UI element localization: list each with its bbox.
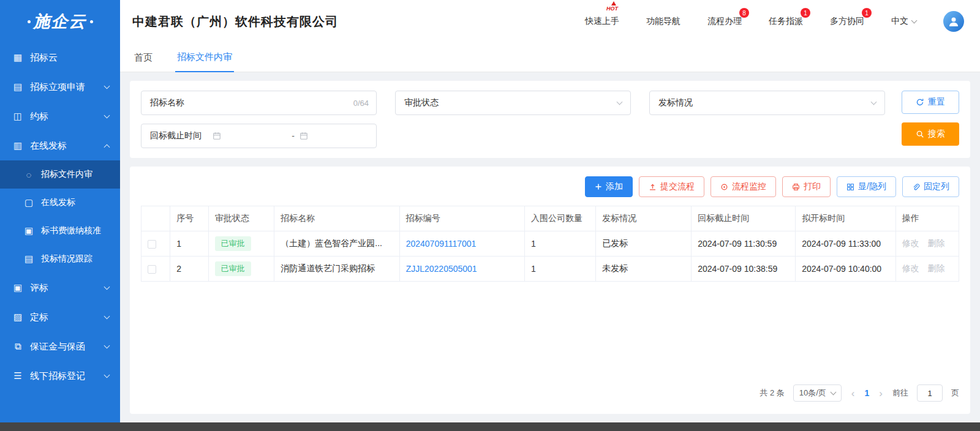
fixed-column-label: 固定列: [924, 181, 949, 192]
nav-task-assignment[interactable]: 任务指派 1: [769, 16, 803, 27]
edit-action[interactable]: 修改: [902, 238, 919, 248]
row-checkbox[interactable]: [148, 265, 156, 274]
tab-bar: 首页 招标文件内审: [120, 43, 980, 72]
table-header-row: 序号 审批状态 招标名称 招标编号 入围公司数量 发标情况 回标截止时间 拟开标…: [141, 206, 959, 231]
nav-quick-start[interactable]: 快速上手 HOT: [585, 16, 619, 27]
prev-page-button[interactable]: ‹: [850, 388, 856, 399]
header-shortlisted-count: 入围公司数量: [525, 206, 596, 231]
notification-badge: 1: [801, 8, 810, 18]
add-button[interactable]: 添加: [585, 176, 633, 197]
bid-code-link[interactable]: 202407091117001: [406, 239, 477, 249]
nav-label: 任务指派: [769, 16, 803, 26]
delete-action[interactable]: 删除: [928, 263, 945, 273]
bid-name-input[interactable]: [193, 91, 353, 114]
chevron-down-icon: [104, 313, 110, 320]
flow-monitor-button[interactable]: 流程监控: [710, 176, 776, 197]
show-hide-columns-button[interactable]: 显/隐列: [837, 176, 896, 197]
next-page-button[interactable]: ›: [878, 388, 884, 399]
page-number-1[interactable]: 1: [865, 388, 870, 398]
goto-page-input[interactable]: [917, 384, 943, 402]
person-icon: [948, 15, 960, 28]
fixed-column-button[interactable]: 固定列: [902, 176, 959, 197]
total-count: 共 2 条: [760, 388, 784, 399]
taskbar-strip: [0, 422, 980, 431]
sidebar-item-offline-registration[interactable]: ☰ 线下招标登记: [0, 361, 120, 391]
header-seq: 序号: [170, 206, 208, 231]
char-counter: 0/64: [353, 99, 376, 108]
layers-icon: ☰: [11, 370, 24, 381]
filter-row-1: 招标名称 0/64 审批状态 发标情况: [141, 91, 902, 115]
chevron-down-icon: [617, 99, 623, 105]
logo-dot-right: [90, 20, 93, 23]
submit-flow-label: 提交流程: [660, 181, 695, 192]
tab-home[interactable]: 首页: [132, 52, 154, 72]
nav-process-handling[interactable]: 流程办理 8: [707, 16, 742, 27]
sidebar-item-bid-award[interactable]: ▨ 定标: [0, 302, 120, 332]
plus-icon: [595, 183, 602, 190]
status-badge: 已审批: [215, 261, 251, 276]
header-issue-status: 发标情况: [596, 206, 692, 231]
goto-suffix: 页: [951, 388, 959, 399]
sidebar-item-online-issue[interactable]: ▥ 在线发标: [0, 131, 120, 160]
approval-status-filter[interactable]: 审批状态: [395, 91, 631, 115]
sidebar-item-appointment[interactable]: ◫ 约标: [0, 102, 120, 131]
calendar-icon: [213, 132, 221, 140]
cell-deadline: 2024-07-09 10:38:59: [692, 257, 796, 282]
bid-name-label: 招标名称: [141, 97, 193, 108]
sidebar-subitem-doc-review[interactable]: ◌ 招标文件内审: [0, 160, 120, 189]
sidebar-item-project-apply[interactable]: ▤ 招标立项申请: [0, 72, 120, 102]
cell-seq: 2: [170, 257, 208, 282]
language-selector[interactable]: 中文: [891, 16, 916, 27]
user-avatar[interactable]: [943, 11, 964, 32]
submit-flow-button[interactable]: 提交流程: [639, 176, 704, 197]
sidebar-item-bid-evaluation[interactable]: ▣ 评标: [0, 273, 120, 302]
sidebar-item-bidding-cloud[interactable]: ▦ 招标云: [0, 43, 120, 72]
pagination: 共 2 条 10条/页 ‹ 1 › 前往 页: [130, 376, 970, 414]
cell-deadline: 2024-07-09 11:30:59: [692, 231, 796, 257]
cell-bid-name: 消防通道铁艺门采购招标: [274, 257, 399, 282]
sidebar-subitem-label: 招标文件内审: [41, 169, 109, 180]
deadline-end-input[interactable]: [308, 124, 376, 148]
chevron-down-icon: [830, 389, 836, 395]
sidebar-item-label: 保证金与保函: [30, 341, 105, 353]
edit-action[interactable]: 修改: [902, 263, 919, 273]
notification-badge: 8: [739, 8, 749, 18]
fee-doc-icon: ▣: [22, 225, 36, 236]
row-checkbox[interactable]: [148, 240, 156, 249]
sidebar-subitem-bid-tracking[interactable]: ▤ 投标情况跟踪: [0, 245, 120, 273]
data-table: 序号 审批状态 招标名称 招标编号 入围公司数量 发标情况 回标截止时间 拟开标…: [141, 206, 959, 282]
page-size-select[interactable]: 10条/页: [793, 384, 842, 402]
issue-status-value: [701, 91, 872, 114]
header-checkbox-cell: [141, 206, 170, 231]
filter-fields: 招标名称 0/64 审批状态 发标情况: [141, 91, 902, 148]
sidebar-item-label: 评标: [30, 282, 105, 294]
sidebar-item-label: 约标: [30, 111, 105, 122]
sidebar-subitem-fee-approval[interactable]: ▣ 标书费缴纳核准: [0, 217, 120, 245]
tab-bid-doc-review[interactable]: 招标文件内审: [175, 51, 234, 72]
reset-button[interactable]: 重置: [902, 91, 959, 114]
bid-code-link[interactable]: ZJJL20220505001: [406, 264, 477, 274]
nav-multi-collaboration[interactable]: 多方协同 1: [830, 16, 864, 27]
chevron-up-icon: [104, 144, 110, 150]
sidebar-item-deposit-guarantee[interactable]: ⧉ 保证金与保函: [0, 332, 120, 361]
person-icon: ◌: [22, 170, 36, 180]
sidebar-submenu-online-issue: ◌ 招标文件内审 ▢ 在线发标 ▣ 标书费缴纳核准 ▤ 投标情况跟踪: [0, 160, 120, 273]
nav-label: 多方协同: [830, 16, 864, 26]
calendar-icon: [300, 132, 308, 140]
search-button[interactable]: 搜索: [902, 122, 959, 146]
issue-status-filter[interactable]: 发标情况: [649, 91, 885, 115]
deadline-range-filter: 回标截止时间 -: [141, 124, 377, 148]
deadline-start-input[interactable]: [221, 124, 289, 148]
sidebar-item-label: 线下招标登记: [30, 370, 105, 382]
top-header: 中建君联（广州）软件科技有限公司 快速上手 HOT 功能导航 流程办理 8 任务…: [120, 0, 980, 43]
status-badge: 已审批: [215, 236, 251, 251]
table-row: 1 已审批 （土建）蓝色智谷产业园... 202407091117001 1 已…: [141, 231, 959, 257]
issue-status-label: 发标情况: [650, 97, 701, 108]
sidebar-subitem-label: 在线发标: [41, 197, 109, 208]
print-button[interactable]: 打印: [782, 176, 831, 197]
delete-action[interactable]: 删除: [928, 238, 945, 248]
sidebar-subitem-online-issue[interactable]: ▢ 在线发标: [0, 189, 120, 217]
chevron-down-icon: [871, 99, 877, 105]
nav-feature-guide[interactable]: 功能导航: [646, 16, 680, 27]
bid-name-filter: 招标名称 0/64: [141, 91, 377, 115]
